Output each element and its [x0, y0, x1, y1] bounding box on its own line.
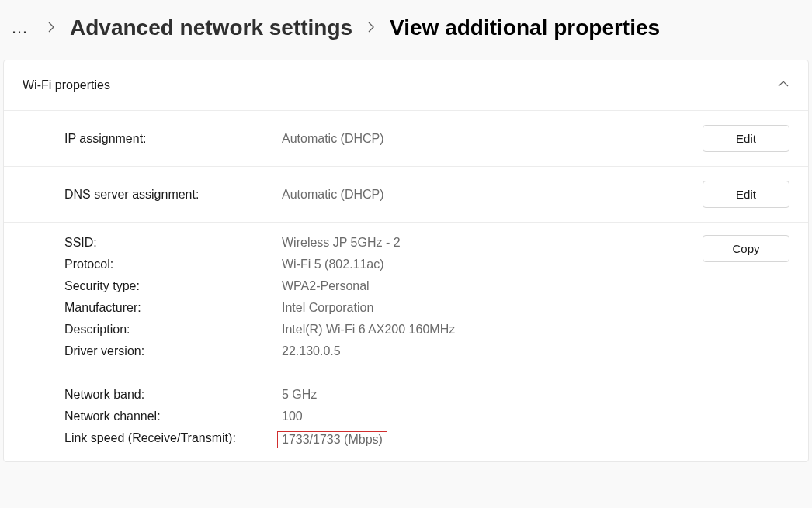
detail-label: Protocol:	[64, 257, 282, 271]
detail-protocol: Protocol: Wi-Fi 5 (802.11ac)	[64, 254, 703, 275]
detail-value: Intel(R) Wi-Fi 6 AX200 160MHz	[282, 323, 455, 337]
dns-assignment-label: DNS server assignment:	[64, 188, 282, 202]
chevron-right-icon	[365, 21, 377, 36]
breadcrumb-prev[interactable]: Advanced network settings	[70, 16, 352, 40]
detail-security: Security type: WPA2-Personal	[64, 275, 703, 297]
detail-ssid: SSID: Wireless JP 5GHz - 2	[64, 232, 703, 254]
detail-value: Wi-Fi 5 (802.11ac)	[282, 257, 384, 271]
detail-value: 22.130.0.5	[282, 344, 341, 358]
detail-value: Wireless JP 5GHz - 2	[282, 236, 401, 250]
detail-link-speed: Link speed (Receive/Transmit): 1733/1733…	[64, 427, 703, 452]
chevron-right-icon	[45, 21, 57, 36]
dns-assignment-value: Automatic (DHCP)	[282, 188, 703, 202]
detail-manufacturer: Manufacturer: Intel Corporation	[64, 297, 703, 319]
chevron-up-icon	[777, 78, 789, 93]
detail-band: Network band: 5 GHz	[64, 384, 703, 406]
breadcrumb-more-icon[interactable]: …	[8, 18, 33, 38]
detail-description: Description: Intel(R) Wi-Fi 6 AX200 160M…	[64, 319, 703, 340]
wifi-properties-panel: Wi-Fi properties IP assignment: Automati…	[3, 60, 809, 462]
edit-dns-button[interactable]: Edit	[703, 181, 789, 208]
detail-label: Link speed (Receive/Transmit):	[64, 431, 282, 448]
breadcrumb: … Advanced network settings View additio…	[0, 0, 812, 60]
details-grid: SSID: Wireless JP 5GHz - 2 Protocol: Wi-…	[64, 232, 703, 452]
detail-label: Network channel:	[64, 410, 282, 423]
detail-value: 5 GHz	[282, 388, 317, 402]
detail-label: Description:	[64, 323, 282, 337]
detail-label: Security type:	[64, 279, 282, 293]
detail-label: Manufacturer:	[64, 301, 282, 315]
ip-assignment-value: Automatic (DHCP)	[282, 132, 703, 146]
detail-label: SSID:	[64, 236, 282, 250]
ip-assignment-label: IP assignment:	[64, 132, 282, 146]
copy-column: Copy	[703, 232, 789, 262]
breadcrumb-current: View additional properties	[390, 16, 660, 40]
detail-label: Driver version:	[64, 344, 282, 358]
panel-header[interactable]: Wi-Fi properties	[4, 60, 808, 110]
edit-ip-button[interactable]: Edit	[703, 125, 789, 152]
detail-value: WPA2-Personal	[282, 279, 370, 293]
detail-value: 1733/1733 (Mbps)	[282, 431, 387, 448]
copy-button[interactable]: Copy	[703, 235, 789, 262]
detail-driver: Driver version: 22.130.0.5	[64, 340, 703, 362]
dns-assignment-row: DNS server assignment: Automatic (DHCP) …	[4, 166, 808, 222]
ip-assignment-row: IP assignment: Automatic (DHCP) Edit	[4, 110, 808, 166]
detail-value: Intel Corporation	[282, 301, 373, 315]
detail-value: 100	[282, 410, 303, 423]
link-speed-highlight: 1733/1733 (Mbps)	[277, 431, 387, 448]
spacer	[64, 362, 703, 384]
detail-label: Network band:	[64, 388, 282, 402]
details-block: SSID: Wireless JP 5GHz - 2 Protocol: Wi-…	[4, 222, 808, 461]
panel-title: Wi-Fi properties	[23, 78, 110, 92]
detail-channel: Network channel: 100	[64, 406, 703, 427]
